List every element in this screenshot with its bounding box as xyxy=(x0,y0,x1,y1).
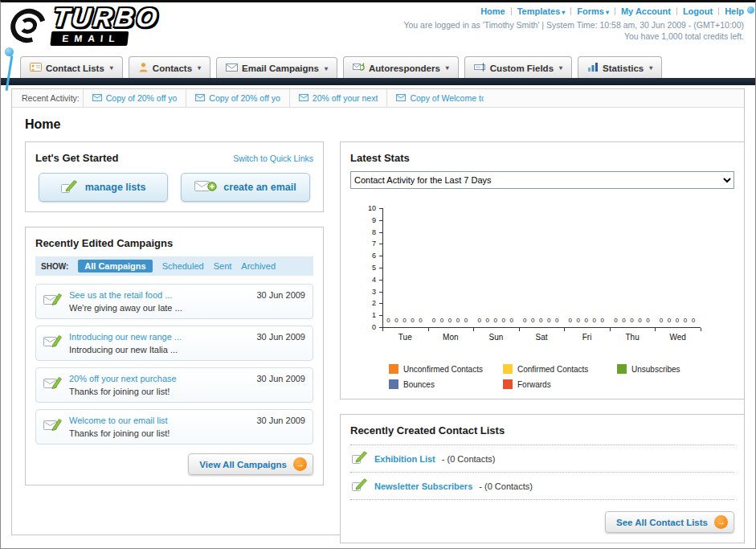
recent-activity-link[interactable]: Copy of Welcome to xyxy=(410,93,484,103)
recent-activity-item: Copy of 20% off yo xyxy=(186,89,289,107)
page-title: Home xyxy=(25,117,731,132)
campaign-list-item: Welcome to our email list Thanks for joi… xyxy=(35,409,313,445)
nav-tab-label: Autoresponders xyxy=(369,64,440,73)
top-link-help[interactable]: Help xyxy=(725,6,744,16)
legend-swatch xyxy=(389,379,398,389)
bar-value-label: 0 xyxy=(547,318,550,324)
separator xyxy=(718,7,719,15)
bar-value-label: 0 xyxy=(676,318,679,324)
x-axis-tick xyxy=(610,328,611,331)
campaigns-panel-title: Recently Edited Campaigns xyxy=(35,237,313,249)
page-content: Home Let's Get Started Switch to Quick L… xyxy=(12,108,744,549)
campaign-title-link[interactable]: 20% off your next purchase xyxy=(69,374,250,383)
filter-scheduled[interactable]: Scheduled xyxy=(162,261,204,271)
campaign-subtitle: Thanks for joining our list! xyxy=(69,387,250,396)
bar-value-label: 0 xyxy=(622,318,625,324)
recent-activity-item: 20% off your next xyxy=(289,89,387,107)
bar-value-label: 0 xyxy=(448,318,452,324)
bar-value-label: 0 xyxy=(539,318,542,324)
x-axis-tick xyxy=(382,328,383,331)
campaign-title-link[interactable]: Welcome to our email list xyxy=(69,416,250,425)
legend-item: Forwards xyxy=(503,379,617,389)
nav-tab-contacts[interactable]: Contacts ▾ xyxy=(129,56,210,78)
y-axis-tick-label: 0 xyxy=(350,323,376,331)
campaign-date: 30 Jun 2009 xyxy=(256,374,305,383)
legend-swatch xyxy=(503,379,513,389)
left-column: Let's Get Started Switch to Quick Links … xyxy=(25,141,324,485)
y-axis-tick-label: 7 xyxy=(350,240,376,248)
contact-list-row: Exhibition List - (0 Contacts) xyxy=(350,445,734,473)
recent-activity-link[interactable]: 20% off your next xyxy=(313,93,378,103)
contacts-icon xyxy=(138,62,149,74)
top-link-forms[interactable]: Forms▾ xyxy=(577,6,609,16)
create-email-button[interactable]: create an email xyxy=(181,173,310,202)
bar-value-label: 0 xyxy=(692,318,695,324)
bar-value-label: 0 xyxy=(419,318,422,324)
campaign-title-link[interactable]: See us at the retail food ... xyxy=(69,290,250,300)
envelope-icon xyxy=(195,93,205,103)
bar-value-label: 0 xyxy=(403,318,406,324)
nav-tab-label: Contact Lists xyxy=(46,64,104,73)
top-bar: TURBO EMAIL Home Templates▾ Forms▾ My Ac… xyxy=(1,2,755,54)
x-axis-category-label: Tue xyxy=(389,333,421,342)
main-container: Recent Activity: Copy of 20% off yo Copy… xyxy=(11,88,745,535)
campaign-title-link[interactable]: Introducing our new range ... xyxy=(69,332,250,342)
recent-activity-link[interactable]: Copy of 20% off yo xyxy=(106,93,178,103)
latest-stats-panel: Latest Stats Contact Activity for the La… xyxy=(340,141,745,399)
nav-tab-statistics[interactable]: Statistics ▾ xyxy=(578,56,662,78)
nav-tab-autoresponders[interactable]: Autoresponders ▾ xyxy=(343,56,459,78)
stats-period-select[interactable]: Contact Activity for the Last 7 Days xyxy=(350,171,734,189)
x-axis-category-label: Mon xyxy=(435,333,467,342)
edit-list-icon xyxy=(352,478,368,494)
filter-all-campaigns[interactable]: All Campaigns xyxy=(78,260,152,272)
see-all-contact-lists-label: See All Contact Lists xyxy=(616,518,708,527)
caret-down-icon: ▾ xyxy=(446,64,449,72)
statistics-icon xyxy=(587,62,599,74)
logo-word-turbo: TURBO xyxy=(51,6,160,30)
bar-value-label: 0 xyxy=(493,318,497,324)
view-all-campaigns-button[interactable]: View All Campaigns → xyxy=(188,453,313,475)
bar-value-label: 0 xyxy=(660,318,663,324)
see-all-contact-lists-button[interactable]: See All Contact Lists → xyxy=(605,511,734,533)
caret-down-icon: ▾ xyxy=(110,64,113,72)
switch-to-quick-links-link[interactable]: Switch to Quick Links xyxy=(233,154,313,163)
contact-list-link[interactable]: Exhibition List xyxy=(374,454,435,464)
nav-tab-email-campaigns[interactable]: Email Campaigns ▾ xyxy=(216,57,337,78)
pencil-icon xyxy=(61,179,79,196)
nav-tab-contact-lists[interactable]: Contact Lists ▾ xyxy=(20,56,123,78)
campaign-date: 30 Jun 2009 xyxy=(256,290,305,300)
bar-value-label: 0 xyxy=(411,318,414,324)
x-axis-tick xyxy=(655,328,656,331)
separator xyxy=(570,7,571,15)
contact-list-link[interactable]: Newsletter Subscribers xyxy=(374,481,472,491)
campaign-subtitle: Introducing our new Italia ... xyxy=(69,345,250,354)
logo-swirl-icon xyxy=(9,9,47,43)
legend-swatch xyxy=(503,364,513,374)
credits-text: You have 1,000 total credits left. xyxy=(624,31,744,41)
manage-lists-button[interactable]: manage lists xyxy=(39,173,168,202)
filter-sent[interactable]: Sent xyxy=(214,261,232,271)
get-started-panel: Let's Get Started Switch to Quick Links … xyxy=(25,141,324,212)
top-link-templates[interactable]: Templates▾ xyxy=(517,6,566,16)
nav-tab-custom-fields[interactable]: Custom Fields ▾ xyxy=(464,56,572,78)
caret-down-icon: ▾ xyxy=(562,9,565,16)
top-link-logout[interactable]: Logout xyxy=(683,6,713,16)
bar-value-label: 0 xyxy=(394,318,398,324)
contact-lists-panel-title: Recently Created Contact Lists xyxy=(350,424,734,436)
top-link-my-account[interactable]: My Account xyxy=(621,6,671,16)
campaign-filter-strip: SHOW: All Campaigns Scheduled Sent Archi… xyxy=(35,256,313,276)
edit-campaign-icon xyxy=(43,292,63,310)
arrow-right-icon: → xyxy=(293,457,307,471)
edit-campaign-icon xyxy=(43,417,63,436)
x-axis-tick xyxy=(564,328,565,331)
campaign-text: 20% off your next purchase Thanks for jo… xyxy=(69,374,250,396)
recent-activity-link[interactable]: Copy of 20% off yo xyxy=(209,93,280,103)
legend-item: Bounces xyxy=(389,379,503,389)
view-all-campaigns-label: View All Campaigns xyxy=(199,460,287,469)
legend-label: Bounces xyxy=(403,380,435,389)
bar-value-label: 0 xyxy=(601,318,604,324)
top-link-home[interactable]: Home xyxy=(480,6,505,16)
x-axis-tick xyxy=(519,328,520,331)
filter-archived[interactable]: Archived xyxy=(241,261,276,271)
corner-dot-decoration xyxy=(747,6,754,14)
